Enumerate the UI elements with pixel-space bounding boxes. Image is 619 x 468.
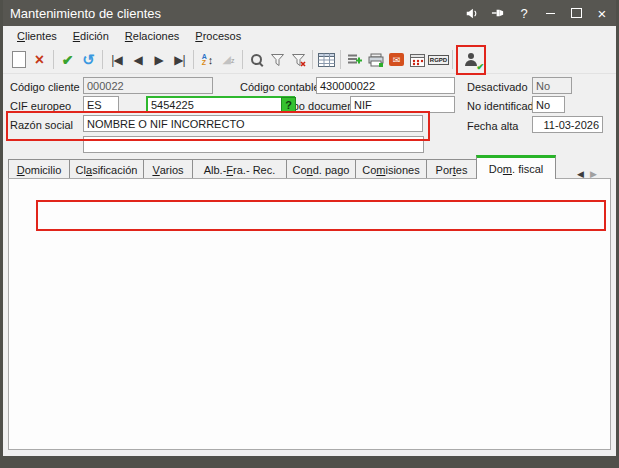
menu-clientes[interactable]: Clientes [9,28,65,44]
first-record-button[interactable]: |◀ [106,48,127,72]
dom-fiscal-panel [8,178,611,450]
tab-strip: Domicilio Clasificación Varios Alb.- Fra… [8,156,611,179]
title-bar: Mantenimiento de clientes ? × [0,0,619,26]
toolbar-separator [340,50,341,69]
tab-comisiones[interactable]: Comisiones [355,159,427,179]
clear-filter-button[interactable] [288,48,309,72]
razon-social-line2-field[interactable] [83,136,424,153]
table-icon [318,53,335,67]
razon-social-field[interactable]: NOMBRE O NIF INCORRECTO [83,115,423,132]
codigo-cliente-label: Código cliente [10,81,80,93]
sort-az-button[interactable]: AZ ↕ [197,48,218,72]
delete-icon: × [35,52,44,68]
person-check-mark: ✔ [476,62,484,72]
toolbar: × ✔ ↺ |◀ ◀ ▶ ▶| AZ ↕ ◢z ✉ [3,46,616,74]
tab-varios[interactable]: Varios [143,159,193,179]
tab-cond-pago[interactable]: Cond. pago [286,159,356,179]
codigo-contable-field[interactable]: 430000022 [316,77,455,94]
search-icon [251,54,262,65]
rgpd-icon: RGPD [428,55,449,65]
undo-icon: ↺ [82,51,95,69]
cif-help-icon[interactable]: ? [281,97,296,112]
filter-icon [270,53,285,67]
tab-alb-fra-rec[interactable]: Alb.- Fra.- Rec. [192,159,287,179]
next-record-button[interactable]: ▶ [148,48,169,72]
confirm-button[interactable]: ✔ [57,48,78,72]
codigo-contable-label: Código contable [240,81,320,93]
window-title: Mantenimiento de clientes [10,6,465,21]
menu-relaciones[interactable]: Relaciones [117,28,187,44]
outlook-icon: ✉ [389,53,404,66]
sort-az-icon: AZ [202,54,207,66]
window-border [0,456,619,468]
tab-dom-fiscal[interactable]: Dom. fiscal [476,155,556,179]
app-window: Mantenimiento de clientes ? × Clientes E… [0,0,619,468]
sort-custom-button[interactable]: ◢z [218,48,239,72]
toolbar-separator [452,50,453,69]
last-record-button[interactable]: ▶| [169,48,190,72]
email-button[interactable]: ✉ [386,48,407,72]
toolbar-separator [242,50,243,69]
menu-procesos[interactable]: Procesos [187,28,249,44]
prev-record-button[interactable]: ◀ [127,48,148,72]
close-button[interactable]: × [595,6,609,20]
filter-button[interactable] [267,48,288,72]
tab-clasificacion[interactable]: Clasificación [69,159,144,179]
toolbar-separator [102,50,103,69]
desactivado-field[interactable]: No [532,77,572,94]
prev-record-icon: ◀ [133,53,141,67]
sort-disabled-icon: ◢z [223,53,235,66]
print-button[interactable] [365,48,386,72]
announce-icon[interactable] [465,6,479,20]
menu-bar: Clientes Edición Relaciones Procesos [3,26,616,46]
search-button[interactable] [246,48,267,72]
first-record-icon: |◀ [111,53,121,67]
razon-social-label: Razón social [10,119,73,131]
fecha-alta-field[interactable]: 11-03-2026 [532,116,603,133]
pin-icon[interactable] [491,6,505,20]
tipo-documento-field[interactable]: NIF [350,96,455,113]
undo-button[interactable]: ↺ [78,48,99,72]
new-document-icon [12,51,26,68]
no-identificado-label: No identificado [467,100,540,112]
minimize-button[interactable] [543,6,557,20]
cif-country-field[interactable]: ES [83,96,119,113]
clear-filter-icon [291,53,307,67]
new-record-button[interactable] [8,48,29,72]
codigo-cliente-field[interactable]: 000022 [83,77,213,94]
tab-portes[interactable]: Portes [426,159,477,179]
verify-client-button[interactable]: ✔ [456,45,486,75]
cif-europeo-label: CIF europeo [10,100,71,112]
printer-icon [368,53,384,67]
fecha-alta-label: Fecha alta [467,120,518,132]
menu-edicion[interactable]: Edición [65,28,117,44]
last-record-icon: ▶| [174,53,184,67]
add-rows-button[interactable] [344,48,365,72]
help-button[interactable]: ? [517,6,531,20]
cif-europeo-field[interactable]: 5454225 [146,96,295,113]
delete-record-button[interactable]: × [29,48,50,72]
calendar-icon [410,53,425,67]
toolbar-separator [53,50,54,69]
sort-updown-icon: ↕ [208,54,214,66]
check-icon: ✔ [62,52,74,68]
rows-plus-icon [347,53,363,67]
window-border [0,0,3,468]
toolbar-separator [312,50,313,69]
tab-domicilio[interactable]: Domicilio [8,159,70,179]
maximize-button[interactable] [569,6,583,20]
grid-view-button[interactable] [316,48,337,72]
next-record-icon: ▶ [154,53,162,67]
toolbar-separator [193,50,194,69]
rgpd-button[interactable]: RGPD [428,48,449,72]
no-identificado-field[interactable]: No [532,96,565,113]
calendar-button[interactable] [407,48,428,72]
desactivado-label: Desactivado [467,81,528,93]
